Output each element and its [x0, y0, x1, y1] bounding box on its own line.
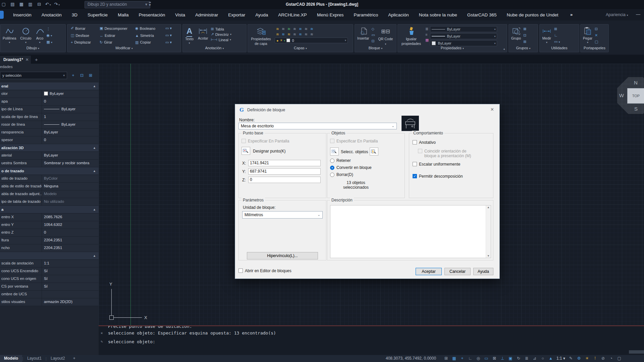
point-style-icon[interactable]: ∟ — [554, 33, 560, 38]
measure-button[interactable]: Medir▾ — [540, 25, 553, 44]
scroll-down-icon[interactable]: ▼ — [486, 254, 491, 257]
lineweight-combo[interactable]: ByLayer▾ — [430, 26, 497, 32]
tool-desfase[interactable]: ◫Desfase — [71, 33, 96, 38]
leader-button[interactable]: ↗Directriz▾ — [211, 32, 231, 37]
property-value[interactable]: Modelo — [42, 190, 99, 198]
group-label-portapapeles[interactable]: Portapapeles — [581, 46, 608, 52]
ribbon-tab-archline-xp[interactable]: ARCHLine.XP — [273, 12, 312, 17]
layer-off-icon[interactable]: ≋ — [275, 32, 280, 37]
ribbon-tab-exportar[interactable]: Exportar — [223, 12, 250, 17]
layer-state-icon[interactable]: ≋ — [309, 26, 315, 31]
pick-point-button[interactable] — [241, 147, 250, 155]
x-input[interactable]: 1741.9421 — [248, 160, 321, 166]
layer-isolate-icon[interactable]: ≋ — [303, 32, 309, 37]
collapse-icon[interactable]: ▲ — [93, 167, 96, 175]
snap-icon[interactable]: ▦ — [451, 355, 458, 362]
view-cube[interactable]: N W S TOP — [617, 77, 644, 114]
property-value[interactable]: 2204.2351 — [42, 244, 99, 252]
collapse-icon[interactable]: ▲ — [93, 82, 96, 90]
group-label-bloque[interactable]: Bloque ▾ — [355, 46, 396, 52]
property-value[interactable]: ByLayer — [42, 152, 99, 159]
match-properties-button[interactable]: Igualar propiedades — [398, 25, 424, 46]
scrollbar[interactable]: ▲ ▼ — [486, 205, 491, 258]
layer-walk-icon[interactable]: ≋ — [298, 26, 303, 31]
modify-flyout-icon[interactable]: ▭ ▾ — [165, 33, 172, 38]
compass-south[interactable]: S — [634, 106, 638, 112]
group-label-utilidades[interactable]: Utilidades — [540, 46, 579, 52]
grid-icon[interactable]: ⊞ — [443, 355, 449, 362]
property-value[interactable]: 0 — [42, 229, 99, 236]
new-document-tab[interactable]: + — [35, 56, 38, 64]
hatch-flyout-icon[interactable]: ▦ ▾ — [47, 40, 52, 45]
new-layout-tab[interactable]: + — [69, 355, 79, 362]
hyperlink-button[interactable]: Hipervínculo(L)... — [247, 252, 318, 259]
linear-dim-button[interactable]: ⊢⊣Lineal▾ — [211, 38, 231, 42]
scroll-up-icon[interactable]: ▲ — [486, 206, 491, 209]
quick-calc-icon[interactable]: ⊞ — [554, 26, 560, 32]
minimize-ribbon-icon[interactable]: — — [636, 9, 640, 20]
selection-filter-combo[interactable]: y selección▾ — [0, 72, 67, 79]
quick-select-button[interactable]: ⊞ — [87, 72, 95, 79]
tool-girar[interactable]: ↻Girar — [100, 40, 132, 45]
view-cube-top-face[interactable]: TOP — [627, 88, 644, 104]
quick-select-button[interactable] — [370, 147, 378, 156]
palette-section-header[interactable]: o de trazado▲ — [0, 167, 99, 175]
property-value[interactable]: 0 — [42, 98, 99, 105]
appearance-menu[interactable]: Apariencia ▾ — [606, 9, 628, 21]
convert-to-block-radio[interactable]: Convertir en bloque — [330, 165, 372, 170]
retain-radio[interactable]: Retener — [330, 158, 351, 163]
quick-select-icon[interactable]: ▭ ▾ — [554, 39, 560, 45]
palette-section-header[interactable]: alización 3D▲ — [0, 144, 99, 152]
attribute-icon[interactable]: ⊡ — [372, 39, 375, 44]
ribbon-tab-presentaci-n[interactable]: Presentación — [133, 12, 170, 17]
panel-dialog-launcher-icon[interactable]: ▸ — [503, 48, 506, 51]
table-button[interactable]: ⊞Tabla — [211, 27, 231, 31]
close-icon[interactable]: ✕ — [490, 107, 494, 112]
ortho-icon[interactable]: ∟ — [467, 355, 474, 362]
tool-borrar[interactable]: ✐Borrar — [71, 26, 96, 31]
property-value[interactable]: Sombrear y recibir sombra — [42, 160, 99, 167]
property-value[interactable]: 1 — [42, 113, 99, 121]
magnifier-icon[interactable]: ○ — [539, 355, 546, 362]
modify-flyout-icon[interactable]: ▭ ▾ — [165, 26, 172, 31]
property-value[interactable]: 0 — [42, 136, 99, 144]
hardware-accel-icon[interactable]: ☀ — [584, 355, 590, 362]
compass-west[interactable]: W — [619, 93, 624, 98]
tool-descomponer[interactable]: ▣Descomponer — [100, 26, 132, 31]
property-value[interactable]: 2204.2351 — [42, 237, 99, 244]
clock-icon[interactable]: ◔ — [608, 355, 614, 362]
tool-booleano[interactable]: ◉Booleano — [135, 26, 162, 31]
ungroup-icon[interactable]: ⊠ — [523, 26, 526, 32]
layer-freeze-icon[interactable]: ≋ — [280, 26, 286, 31]
clean-screen-icon[interactable]: ▢ — [616, 355, 623, 362]
help-button[interactable]: Ayuda — [473, 268, 493, 275]
property-value[interactable] — [42, 291, 99, 298]
layer-prev-icon[interactable]: ≋ — [303, 26, 309, 31]
copy-base-icon[interactable]: ▢ — [595, 39, 598, 44]
property-value[interactable]: Ninguna — [42, 183, 99, 190]
palette-section-header[interactable]: ▲ — [0, 252, 99, 260]
layer-match-icon[interactable]: ≋ — [298, 32, 303, 37]
property-value[interactable]: Sí — [42, 275, 99, 283]
ribbon-tab-administrar[interactable]: Administrar — [190, 12, 223, 17]
tabs-overflow-icon[interactable]: » — [570, 12, 573, 17]
property-value[interactable]: ByLayer — [42, 106, 99, 113]
property-value[interactable]: ByLayer — [42, 129, 99, 136]
group-label-capas[interactable]: Capas ▾ — [248, 46, 353, 52]
text-button[interactable]: A Texto▾ — [183, 25, 195, 45]
annotation-icon[interactable]: ▲ — [547, 355, 554, 362]
collapse-icon[interactable]: ▲ — [93, 206, 96, 213]
collapse-icon[interactable]: ▲ — [93, 252, 96, 259]
alert-icon[interactable]: ! — [592, 355, 598, 362]
layout-tab-layout2[interactable]: Layout2 — [47, 355, 69, 362]
select-objects-button[interactable] — [330, 147, 339, 156]
polar-tracking-icon[interactable]: + — [459, 355, 466, 362]
insert-block-button[interactable]: Insertar — [356, 25, 371, 40]
donut-flyout-icon[interactable]: ◉ ▾ — [47, 33, 52, 38]
layer-merge-icon[interactable]: ≋ — [309, 32, 315, 37]
ribbon-tab-vista[interactable]: Vista — [170, 12, 190, 17]
property-value[interactable]: No utilizado — [42, 198, 99, 205]
polyline-button[interactable]: Polilínea▾ — [1, 25, 18, 44]
close-tab-icon[interactable]: ✕ — [25, 57, 29, 62]
layer-on-icon[interactable]: ≋ — [275, 26, 280, 31]
